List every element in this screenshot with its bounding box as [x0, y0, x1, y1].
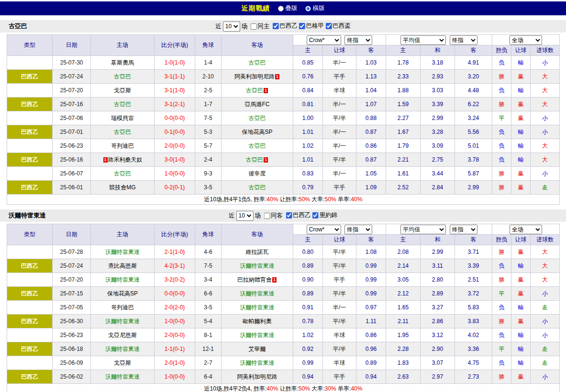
- league-filter[interactable]: 里約錦: [312, 211, 338, 219]
- asia-home-odds: 0.90: [293, 273, 323, 287]
- euro-draw-odds: 3.18: [421, 56, 455, 70]
- team-link[interactable]: 亞馬遜FC: [245, 101, 270, 108]
- euro-home-odds: 1.83: [386, 356, 421, 370]
- team-link[interactable]: 艾華爾: [249, 346, 266, 352]
- layout-option-stacked[interactable]: 疊版: [278, 4, 298, 12]
- match-row: 巴西乙25-07-06瑞模貝雷0-0(0-0)7-5古亞巴1.00平/半0.88…: [7, 111, 560, 125]
- handicap-result-cell: 輸: [511, 342, 531, 356]
- team-link[interactable]: 古亞巴: [246, 156, 263, 163]
- away-team-cell: 保地花高SP: [222, 125, 293, 139]
- handicap-result-cell: 輸: [511, 301, 531, 315]
- euro-final-odds-select[interactable]: 终指: [450, 35, 477, 45]
- asia-final-odds-select[interactable]: 终指: [344, 225, 372, 234]
- col-header-away: 客场: [222, 35, 293, 56]
- red-card-badge: 1: [103, 157, 108, 163]
- handicap-cell: 平/半: [323, 153, 356, 167]
- team-link[interactable]: 阿美利加明尼路: [234, 73, 275, 80]
- away-team-cell: 古亞巴: [222, 139, 293, 153]
- league-filter[interactable]: 巴西盃: [325, 22, 351, 30]
- team-link[interactable]: 保地花高SP: [107, 290, 138, 297]
- league-filter-checkbox[interactable]: [299, 23, 305, 29]
- team-link[interactable]: 古亞巴: [249, 59, 266, 66]
- team-link[interactable]: 沃爾特雷東達: [240, 262, 275, 269]
- matches-table: 类型 日期 主场 比分(半场) 角球 客场 Crow* 终指 平均值 终指 全场…: [7, 224, 560, 392]
- same-venue-checkbox[interactable]: [250, 23, 256, 30]
- same-venue-checkbox[interactable]: [264, 213, 270, 219]
- league-cell: 巴西乙: [7, 315, 53, 328]
- goals-result-cell: 大: [531, 273, 560, 287]
- euro-home-odds: 2.21: [386, 153, 421, 167]
- team-link[interactable]: 戈亞斯: [114, 359, 131, 366]
- team-link[interactable]: 沃爾特雷東達: [240, 304, 275, 311]
- euro-home-odds: 1.67: [386, 125, 421, 139]
- team-link[interactable]: 古亞巴: [114, 101, 131, 108]
- same-venue-filter[interactable]: 同客: [264, 212, 283, 220]
- team-link[interactable]: 戈亞尼恩斯: [108, 332, 137, 338]
- asia-final-odds-select[interactable]: 终指: [344, 35, 372, 45]
- recent-count-select[interactable]: 10: [236, 211, 254, 221]
- team-link[interactable]: 路禾利桑天奴: [108, 156, 143, 163]
- team-link[interactable]: 戈亞斯: [114, 87, 131, 94]
- team-link[interactable]: 古亞巴: [249, 184, 266, 191]
- home-team-cell: 查比高恩斯: [91, 259, 155, 273]
- euro-final-odds-select[interactable]: 终指: [450, 225, 477, 234]
- away-team-cell: 阿美利加明尼路: [222, 370, 293, 384]
- league-filter-checkbox[interactable]: [312, 212, 319, 218]
- team-link[interactable]: 沃爾特雷東達: [105, 373, 140, 380]
- team-link[interactable]: 古亞巴: [249, 115, 266, 121]
- recent-label: 近: [229, 212, 235, 220]
- team-link[interactable]: 維拉諾瓦: [246, 249, 269, 255]
- league-cell: 巴西乙: [7, 70, 53, 84]
- team-link[interactable]: 古亞巴: [249, 142, 266, 149]
- team-link[interactable]: 瑞模貝雷: [111, 115, 134, 121]
- asia-home-odds: 1.01: [293, 125, 323, 139]
- league-filter[interactable]: 巴格甲: [299, 22, 324, 30]
- team-link[interactable]: 彼辛度: [249, 170, 266, 177]
- league-filter-checkbox[interactable]: [286, 212, 292, 218]
- team-link[interactable]: 古亞巴: [114, 170, 131, 177]
- team-link[interactable]: 古亞巴: [114, 129, 131, 135]
- team-link[interactable]: 阿美利加明尼路: [237, 373, 277, 380]
- same-venue-filter[interactable]: 同主: [250, 22, 269, 31]
- handicap-result-cell: 赢: [511, 245, 531, 259]
- team-link[interactable]: 古亞巴: [114, 73, 131, 80]
- team-link[interactable]: 沃爾特雷東達: [105, 318, 140, 325]
- fulltime-scope-select[interactable]: 全场: [510, 35, 542, 45]
- league-filter-checkbox[interactable]: [272, 23, 278, 29]
- bookmaker-select[interactable]: Crow*: [307, 35, 341, 45]
- team-link[interactable]: 查比高恩斯: [108, 262, 137, 269]
- team-link[interactable]: 古亞巴: [246, 87, 263, 94]
- team-link[interactable]: 沃爾特雷東達: [240, 290, 275, 297]
- team-link[interactable]: 巴拉納體育會: [237, 276, 272, 283]
- team-link[interactable]: 沃爾特雷東達: [240, 359, 275, 366]
- team-link[interactable]: 沃爾特雷東達: [105, 249, 140, 255]
- radio-stacked-icon: [278, 6, 284, 11]
- team-link[interactable]: 哥列迪巴: [111, 304, 134, 311]
- team-link[interactable]: 競技會MG: [109, 184, 135, 191]
- col-header-home: 主场: [91, 224, 155, 245]
- league-filter[interactable]: 巴西乙: [272, 22, 298, 30]
- euro-away-odds: 3.20: [455, 70, 492, 84]
- team-link[interactable]: 基斯奧馬: [111, 59, 134, 66]
- recent-results-header: 近期戰績 疊版 橫版: [0, 1, 566, 15]
- same-venue-label: 同主: [257, 22, 269, 31]
- team-link[interactable]: 歐帕爾利奧: [243, 318, 272, 325]
- team-link[interactable]: 沃爾特雷東達: [105, 346, 140, 352]
- recent-count-select[interactable]: 10: [223, 22, 240, 32]
- league-filter-checkbox[interactable]: [325, 23, 332, 29]
- league-filter[interactable]: 巴西乙: [286, 211, 311, 219]
- handicap-cell: 平/半: [323, 287, 356, 301]
- team-section-header: 沃爾特雷東達 近 10 场 同客 巴西乙里約錦: [0, 209, 566, 222]
- bookmaker-select[interactable]: Crow*: [307, 225, 341, 234]
- euro-draw-odds: 2.93: [421, 70, 455, 84]
- handicap-result-cell: 赢: [511, 273, 531, 287]
- layout-option-horizontal[interactable]: 橫版: [305, 4, 325, 12]
- team-link[interactable]: 哥列迪巴: [111, 142, 134, 149]
- team-link[interactable]: 保地花高SP: [242, 129, 272, 135]
- fulltime-scope-select[interactable]: 全场: [510, 225, 542, 234]
- match-result-cell: 平: [492, 287, 511, 301]
- euro-average-select[interactable]: 平均值: [400, 225, 446, 234]
- team-link[interactable]: 沃爾特雷東達: [240, 332, 275, 338]
- euro-average-select[interactable]: 平均值: [400, 35, 446, 45]
- team-link[interactable]: 沃爾特雷東達: [105, 276, 140, 283]
